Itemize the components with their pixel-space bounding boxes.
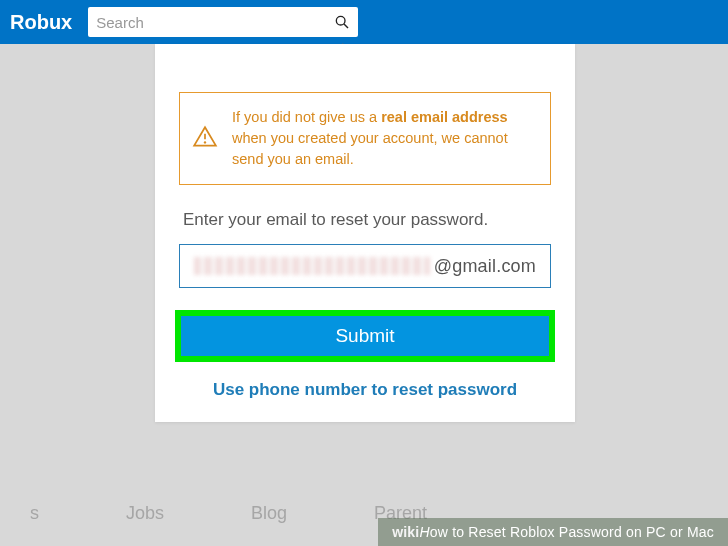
caption-overlay: wikiHow to Reset Roblox Password on PC o… (378, 518, 728, 546)
submit-button[interactable]: Submit (181, 316, 549, 356)
email-blurred-value (194, 257, 430, 275)
svg-point-0 (337, 16, 346, 25)
instruction-text: Enter your email to reset your password. (183, 210, 551, 230)
reset-card: If you did not give us a real email addr… (155, 44, 575, 422)
email-field[interactable]: @gmail.com (179, 244, 551, 288)
wikihow-logo-h: H (419, 524, 429, 540)
caption-text: ow to Reset Roblox Password on PC or Mac (430, 524, 714, 540)
warning-icon (192, 124, 218, 154)
search-box[interactable] (88, 7, 358, 37)
footer-link[interactable]: s (30, 503, 39, 524)
wikihow-logo-wiki: wiki (392, 524, 419, 540)
footer-link[interactable]: Jobs (126, 503, 164, 524)
search-icon[interactable] (334, 14, 350, 30)
use-phone-link[interactable]: Use phone number to reset password (179, 380, 551, 400)
submit-highlight: Submit (175, 310, 555, 362)
brand-label: Robux (10, 11, 76, 34)
email-domain: @gmail.com (434, 256, 536, 277)
warning-box: If you did not give us a real email addr… (179, 92, 551, 185)
footer-link[interactable]: Blog (251, 503, 287, 524)
svg-line-1 (344, 24, 348, 28)
svg-point-3 (204, 141, 206, 143)
warning-text: If you did not give us a real email addr… (232, 107, 536, 170)
search-input[interactable] (96, 14, 334, 31)
